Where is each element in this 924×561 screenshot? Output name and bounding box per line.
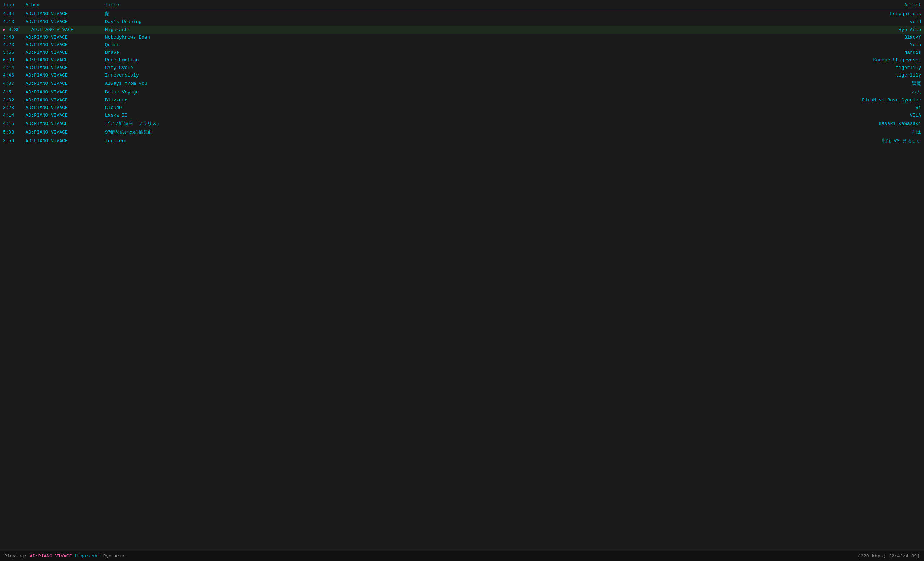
track-time: 3:48 — [0, 34, 23, 41]
track-title: Nobodyknows Eden — [102, 34, 816, 41]
track-title: Laska II — [102, 111, 816, 119]
track-time: 5:03 — [0, 128, 23, 136]
track-artist: BlackY — [816, 34, 924, 41]
track-album: AD:PIANO VIVACE — [23, 111, 102, 119]
track-artist: 削除 — [816, 128, 924, 136]
status-left: Playing: AD:PIANO VIVACE Higurashi Ryo A… — [4, 554, 126, 559]
table-row[interactable]: 4:14AD:PIANO VIVACELaska IIVILA — [0, 111, 924, 119]
track-list: Time Album Title Artist 4:04AD:PIANO VIV… — [0, 0, 924, 145]
track-artist: 黒魔 — [816, 79, 924, 88]
track-title: 蘭 — [102, 9, 816, 18]
track-album: AD:PIANO VIVACE — [23, 9, 102, 18]
track-album: AD:PIANO VIVACE — [23, 26, 102, 34]
table-row[interactable]: 3:51AD:PIANO VIVACEBrise Voyageハム — [0, 88, 924, 96]
track-title: Blizzard — [102, 96, 816, 104]
track-title: Pure Emotion — [102, 56, 816, 64]
track-title: 97鍵盤のための輪舞曲 — [102, 128, 816, 136]
track-artist: Kaname Shigeyoshi — [816, 56, 924, 64]
track-album: AD:PIANO VIVACE — [23, 49, 102, 56]
track-title: Brave — [102, 49, 816, 56]
table-row[interactable]: 4:46AD:PIANO VIVACEIrreversiblytigerlily — [0, 72, 924, 79]
track-time: 4:04 — [0, 9, 23, 18]
table-row[interactable]: ▶ 4:39AD:PIANO VIVACE HigurashiRyo Arue — [0, 26, 924, 34]
track-artist: Ryo Arue — [816, 26, 924, 34]
track-album: AD:PIANO VIVACE — [23, 128, 102, 136]
track-album: AD:PIANO VIVACE — [23, 72, 102, 79]
table-row[interactable]: 3:28AD:PIANO VIVACECloud9xi — [0, 104, 924, 111]
track-time: 4:13 — [0, 18, 23, 26]
status-playing-album: AD:PIANO VIVACE — [30, 554, 72, 559]
track-album: AD:PIANO VIVACE — [23, 64, 102, 72]
table-row[interactable]: 6:08AD:PIANO VIVACEPure EmotionKaname Sh… — [0, 56, 924, 64]
status-playing-title: Higurashi — [75, 554, 100, 559]
track-time: 4:23 — [0, 41, 23, 49]
track-artist: ハム — [816, 88, 924, 96]
header-title: Title — [102, 0, 816, 9]
table-row[interactable]: 4:07AD:PIANO VIVACEalways from you黒魔 — [0, 79, 924, 88]
track-artist: RiraN vs Rave_Cyanide — [816, 96, 924, 104]
track-time: ▶ 4:39 — [0, 26, 23, 34]
track-title: always from you — [102, 79, 816, 88]
track-time: 3:56 — [0, 49, 23, 56]
track-title: ピアノ狂詩曲「ソラリス」 — [102, 119, 816, 128]
table-row[interactable]: 4:14AD:PIANO VIVACECity Cycletigerlily — [0, 64, 924, 72]
music-table: Time Album Title Artist 4:04AD:PIANO VIV… — [0, 0, 924, 551]
track-title: Higurashi — [102, 26, 816, 34]
track-title: Innocent — [102, 136, 816, 145]
track-artist: xi — [816, 104, 924, 111]
track-artist: tigerlily — [816, 64, 924, 72]
status-playing-artist: Ryo Arue — [103, 554, 126, 559]
table-row[interactable]: 4:23AD:PIANO VIVACEQuimiYooh — [0, 41, 924, 49]
table-row[interactable]: 5:03AD:PIANO VIVACE97鍵盤のための輪舞曲削除 — [0, 128, 924, 136]
track-album: AD:PIANO VIVACE — [23, 56, 102, 64]
track-time: 6:08 — [0, 56, 23, 64]
track-time: 4:07 — [0, 79, 23, 88]
track-album: AD:PIANO VIVACE — [23, 34, 102, 41]
track-title: City Cycle — [102, 64, 816, 72]
track-album: AD:PIANO VIVACE — [23, 18, 102, 26]
track-title: Quimi — [102, 41, 816, 49]
status-playing-label: Playing: — [4, 554, 27, 559]
track-album: AD:PIANO VIVACE — [23, 41, 102, 49]
track-artist: Feryquitous — [816, 9, 924, 18]
table-header: Time Album Title Artist — [0, 0, 924, 9]
track-album: AD:PIANO VIVACE — [23, 96, 102, 104]
track-time: 3:28 — [0, 104, 23, 111]
track-title: Cloud9 — [102, 104, 816, 111]
table-row[interactable]: 4:15AD:PIANO VIVACEピアノ狂詩曲「ソラリス」masaki ka… — [0, 119, 924, 128]
track-time: 4:14 — [0, 111, 23, 119]
track-title: Irreversibly — [102, 72, 816, 79]
track-time: 3:59 — [0, 136, 23, 145]
track-album: AD:PIANO VIVACE — [23, 104, 102, 111]
track-album: AD:PIANO VIVACE — [23, 136, 102, 145]
track-album: AD:PIANO VIVACE — [23, 79, 102, 88]
table-row[interactable]: 3:02AD:PIANO VIVACEBlizzardRiraN vs Rave… — [0, 96, 924, 104]
track-time: 3:02 — [0, 96, 23, 104]
track-artist: Nardis — [816, 49, 924, 56]
table-row[interactable]: 4:04AD:PIANO VIVACE蘭Feryquitous — [0, 9, 924, 18]
table-row[interactable]: 3:48AD:PIANO VIVACENobodyknows EdenBlack… — [0, 34, 924, 41]
track-time: 4:15 — [0, 119, 23, 128]
track-album: AD:PIANO VIVACE — [23, 88, 102, 96]
track-artist: VILA — [816, 111, 924, 119]
track-time: 3:51 — [0, 88, 23, 96]
header-artist: Artist — [816, 0, 924, 9]
table-row[interactable]: 4:13AD:PIANO VIVACEDay's Undoingvoid — [0, 18, 924, 26]
track-title: Brise Voyage — [102, 88, 816, 96]
track-artist: 削除 VS まらしぃ — [816, 136, 924, 145]
track-time: 4:14 — [0, 64, 23, 72]
track-title: Day's Undoing — [102, 18, 816, 26]
track-artist: tigerlily — [816, 72, 924, 79]
status-info: (320 kbps) [2:42/4:39] — [858, 554, 920, 559]
track-artist: masaki kawasaki — [816, 119, 924, 128]
playing-indicator: ▶ — [3, 27, 9, 33]
track-album: AD:PIANO VIVACE — [23, 119, 102, 128]
header-album: Album — [23, 0, 102, 9]
header-time: Time — [0, 0, 23, 9]
table-row[interactable]: 3:59AD:PIANO VIVACEInnocent削除 VS まらしぃ — [0, 136, 924, 145]
track-time: 4:46 — [0, 72, 23, 79]
table-row[interactable]: 3:56AD:PIANO VIVACEBraveNardis — [0, 49, 924, 56]
statusbar: Playing: AD:PIANO VIVACE Higurashi Ryo A… — [0, 551, 924, 561]
track-artist: void — [816, 18, 924, 26]
track-artist: Yooh — [816, 41, 924, 49]
